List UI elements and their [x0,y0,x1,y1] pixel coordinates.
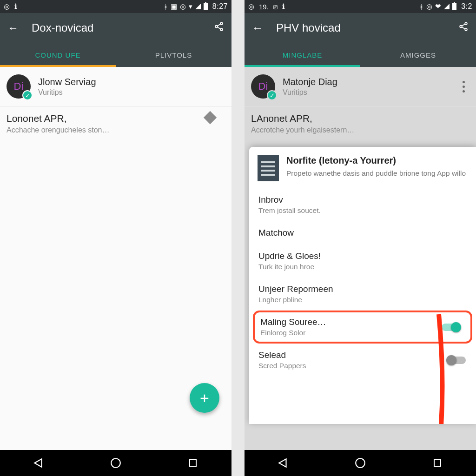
wifi-icon: ▾ [189,2,192,11]
avatar: Di ✓ [7,74,31,99]
option-title: Matchow [258,228,467,238]
page-title: Dox-novicad [32,21,201,34]
navigation-bar [0,450,231,476]
option-item[interactable]: Matchow [249,221,476,245]
status-icon: ▣ [171,2,177,11]
option-item[interactable]: Inbrov Trem jostall soucet. [249,188,476,221]
share-button[interactable] [214,21,224,34]
bluetooth-icon: ᚼ [419,3,423,11]
profile-sub: Vuritips [283,88,337,97]
option-item-highlighted[interactable]: Maling Souree… Einlorog Solor [253,311,472,344]
status-icon: ◎ [426,2,432,11]
status-icon: ℹ [282,2,285,11]
option-title: Maling Souree… [260,317,465,327]
avatar: Di ✓ [251,74,275,99]
status-icon: ℹ [14,2,17,11]
page-title: PHV hovicad [276,21,445,34]
profile-name: Matonje Diag [283,77,337,87]
svg-rect-9 [434,460,441,466]
dialog-description: Propeto wanethe dasis and puddle brione … [286,169,468,178]
avatar-initials: Di [14,80,24,93]
tab-bar: COUND UFE PLIVTOLS [0,43,231,67]
back-button[interactable]: ← [7,21,19,34]
nav-home-button[interactable] [109,456,122,469]
setting-sub: Acchache orengucheles ston… [7,126,224,134]
option-item[interactable]: Selead Scred Pappers [249,344,476,377]
tab-bar: MINGLABE AMIGGES [245,43,476,67]
status-clock: 3:2 [461,2,472,11]
avatar-initials: Di [258,80,268,93]
status-bar: ◎ 19. ⎚ ℹ ᚼ ◎ ❤ 3:2 [245,0,476,13]
option-sub: Einlorog Solor [260,329,465,337]
setting-title: LAnonet APR, [251,113,469,124]
options-dialog: Norfite (Ietony-a Yourrer) Propeto wanet… [249,147,476,424]
option-title: Updrie & Gloes! [258,251,467,261]
option-sub: Trem jostall soucet. [258,206,467,215]
status-text: 19. [259,3,269,11]
signal-icon [444,4,450,9]
app-bar: ← Dox-novicad [0,13,231,43]
profile-name: Jlonw Serviag [38,77,96,87]
nav-home-button[interactable] [354,456,367,469]
option-item[interactable]: Unjeer Repormeen Lngher pbline [249,278,476,311]
navigation-bar [245,450,476,476]
overflow-menu-button[interactable] [463,81,469,93]
svg-rect-4 [190,460,196,466]
fab-add-button[interactable]: + [190,383,219,413]
status-icon: ◎ [4,2,10,11]
profile-row[interactable]: Di ✓ Matonje Diag Vuritips [245,67,476,106]
option-title: Selead [258,350,467,360]
profile-row[interactable]: Di ✓ Jlonw Serviag Vuritips [0,67,231,106]
setting-row[interactable]: LAnonet APR, Accrotche yourh elgaisester… [245,106,476,134]
app-bar: ← PHV hovicad [245,13,476,43]
battery-icon [452,3,456,10]
tab-inactive[interactable]: PLIVTOLS [116,43,231,67]
option-sub: Turk ite joun hroe [258,263,467,271]
nav-recent-button[interactable] [431,456,444,469]
svg-point-3 [111,458,120,468]
option-title: Inbrov [258,195,467,205]
tab-inactive[interactable]: AMIGGES [360,43,476,67]
status-icon: ◎ [180,2,186,11]
toggle-switch[interactable] [447,357,466,364]
status-bar: ◎ ℹ ᚼ ▣ ◎ ▾ 8:27 [0,0,231,13]
status-icon: ⎚ [273,3,278,11]
signal-icon [195,4,201,9]
option-sub: Lngher pbline [258,296,467,304]
verified-badge-icon: ✓ [267,90,277,100]
nav-back-button[interactable] [277,456,290,469]
option-title: Unjeer Repormeen [258,284,467,294]
svg-point-8 [356,458,365,468]
setting-row[interactable]: Lononet APR, Acchache orengucheles ston… [0,106,231,134]
nav-back-button[interactable] [32,456,45,469]
bluetooth-icon: ᚼ [164,3,168,11]
profile-sub: Vuritips [38,88,96,97]
verified-badge-icon: ✓ [22,90,33,100]
tab-active[interactable]: COUND UFE [0,43,116,67]
option-sub: Scred Pappers [258,362,467,370]
toggle-switch[interactable] [442,324,460,331]
setting-sub: Accrotche yourh elgaisestern… [251,126,469,134]
battery-icon [204,3,208,10]
share-button[interactable] [458,21,469,34]
dialog-title: Norfite (Ietony-a Yourrer) [286,155,468,166]
tab-active[interactable]: MINGLABE [245,43,360,67]
setting-title: Lononet APR, [7,113,224,124]
status-icon: ◎ [248,2,254,11]
wifi-icon: ❤ [435,2,441,11]
back-button[interactable]: ← [252,21,263,34]
nav-recent-button[interactable] [186,456,199,469]
document-icon [258,155,279,181]
dialog-header: Norfite (Ietony-a Yourrer) Propeto wanet… [249,147,476,188]
status-clock: 8:27 [212,2,228,11]
option-item[interactable]: Updrie & Gloes! Turk ite joun hroe [249,245,476,278]
